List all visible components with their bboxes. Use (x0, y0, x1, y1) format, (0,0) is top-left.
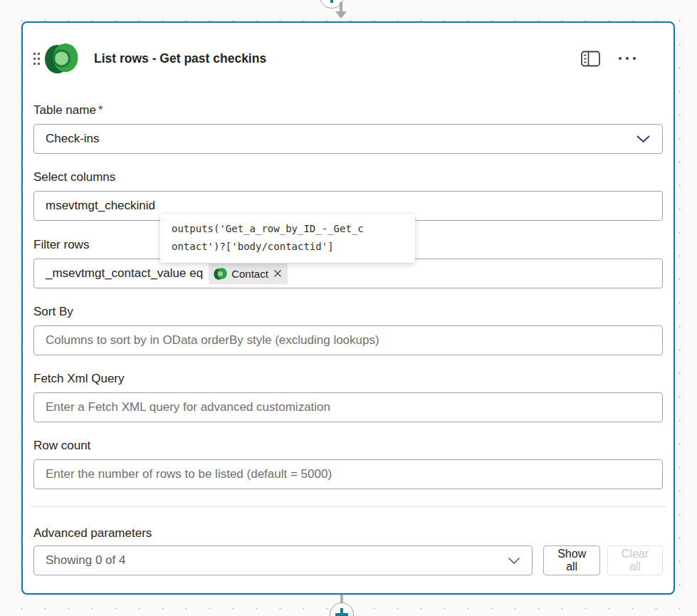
action-card-list-rows: List rows - Get past checkins Table name… (21, 21, 675, 595)
chevron-down-icon (636, 135, 651, 143)
add-action-button[interactable] (330, 602, 354, 616)
fetch-xml-input[interactable] (33, 392, 663, 422)
expression-line-1: outputs('Get_a_row_by_ID_-_Get_c (172, 220, 404, 238)
drag-handle-icon[interactable] (33, 53, 40, 65)
plus-icon (335, 613, 348, 616)
side-panel-icon (581, 51, 600, 67)
table-name-value: Check-ins (46, 132, 100, 146)
dataverse-icon (214, 267, 227, 281)
table-name-dropdown[interactable]: Check-ins (33, 124, 663, 154)
token-close-button[interactable] (273, 268, 283, 278)
advanced-parameters-label: Advanced parameters (33, 526, 663, 541)
chevron-down-icon (508, 557, 520, 565)
sort-by-label: Sort By (33, 304, 663, 320)
token-label: Contact (231, 268, 268, 280)
filter-rows-input[interactable]: _msevtmgt_contact_value eq Contact (33, 259, 663, 288)
dynamic-content-token[interactable]: Contact (209, 263, 288, 284)
expression-line-2: ontact')?['body/contactid'] (172, 238, 404, 256)
expression-tooltip: outputs('Get_a_row_by_ID_-_Get_c ontact'… (160, 214, 415, 263)
action-title: List rows - Get past checkins (94, 51, 266, 66)
table-name-label: Table name* (33, 103, 663, 118)
plus-icon (330, 0, 333, 3)
clear-all-button[interactable]: Clear all (607, 545, 663, 575)
ellipsis-icon (619, 57, 636, 60)
required-asterisk: * (98, 103, 103, 117)
sort-by-input[interactable] (33, 325, 663, 355)
row-count-input[interactable] (33, 459, 663, 489)
more-options-button[interactable] (617, 56, 637, 61)
select-columns-label: Select columns (33, 169, 663, 185)
advanced-parameters-dropdown[interactable]: Showing 0 of 4 (33, 545, 533, 575)
close-icon (273, 269, 282, 278)
filter-rows-value: _msevtmgt_contact_value eq (46, 266, 203, 281)
flow-arrow-icon (335, 2, 347, 20)
row-count-label: Row count (33, 438, 663, 454)
advanced-dropdown-value: Showing 0 of 4 (46, 553, 125, 568)
section-divider (30, 506, 666, 507)
fetch-xml-label: Fetch Xml Query (33, 371, 663, 387)
side-panel-button[interactable] (580, 49, 602, 68)
dataverse-icon (44, 41, 78, 75)
show-all-button[interactable]: Show all (543, 545, 600, 575)
card-header: List rows - Get past checkins (33, 23, 663, 75)
